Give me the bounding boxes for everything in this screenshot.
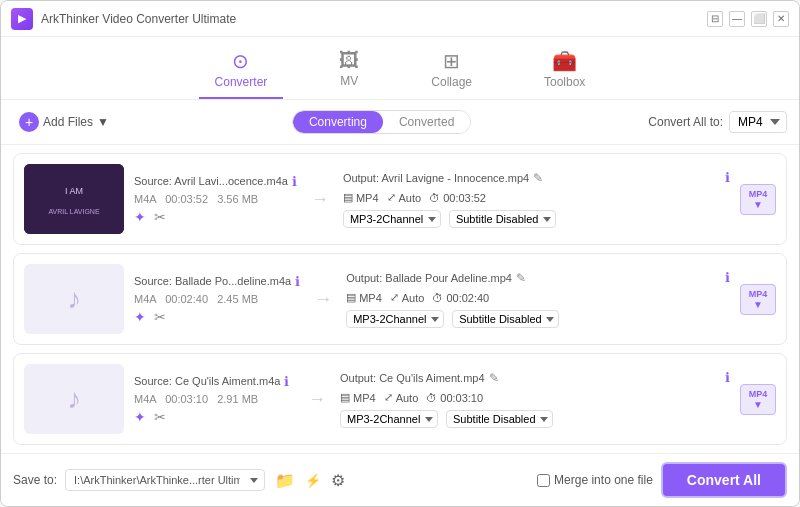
file-item-2: ♪ Source: Ballade Po...deline.m4a ℹ M4A … [13, 253, 787, 345]
resize-icon-3: ⤢ [384, 391, 393, 404]
subtitle-select-1[interactable]: Subtitle Disabled Subtitle Enabled [449, 210, 556, 228]
window-controls: ⊟ — ⬜ ✕ [707, 11, 789, 27]
file-actions-1: ✦ ✂ [134, 209, 297, 225]
output-info-icon-2[interactable]: ℹ [725, 270, 730, 285]
speed-btn[interactable]: ⚡ [303, 471, 323, 490]
info-icon-2[interactable]: ℹ [295, 274, 300, 289]
output-section-1: Output: Avril Lavigne - Innocence.mp4 ✎ … [343, 170, 730, 228]
converted-tab[interactable]: Converted [383, 111, 470, 133]
edit-name-icon-3[interactable]: ✎ [489, 371, 499, 385]
arrow-1: → [311, 189, 329, 210]
mp4-badge-dropdown-1: ▼ [753, 199, 763, 210]
edit-name-icon-1[interactable]: ✎ [533, 171, 543, 185]
output-info-icon-3[interactable]: ℹ [725, 370, 730, 385]
window-menu-btn[interactable]: ⊟ [707, 11, 723, 27]
window-maximize-btn[interactable]: ⬜ [751, 11, 767, 27]
global-format-select[interactable]: MP4 MKV AVI MOV [729, 111, 787, 133]
file-info-3: Source: Ce Qu'ils Aiment.m4a ℹ M4A 00:03… [134, 374, 294, 425]
status-tab-group: Converting Converted [292, 110, 471, 134]
collage-icon: ⊞ [443, 49, 460, 73]
add-files-button[interactable]: + Add Files ▼ [13, 108, 115, 136]
open-folder-btn[interactable]: 📁 [273, 469, 297, 492]
info-icon-1[interactable]: ℹ [292, 174, 297, 189]
merge-checkbox-container: Merge into one file [537, 473, 653, 487]
tab-toolbox[interactable]: 🧰 Toolbox [528, 45, 601, 99]
file-source-2: Source: Ballade Po...deline.m4a ℹ [134, 274, 300, 289]
title-bar: ▶ ArkThinker Video Converter Ultimate ⊟ … [1, 1, 799, 37]
cut-icon-1[interactable]: ✂ [154, 209, 166, 225]
footer: Save to: I:\ArkThinker\ArkThinke...rter … [1, 453, 799, 506]
audio-channel-select-1[interactable]: MP3-2Channel AAC-2Channel [343, 210, 441, 228]
file-info-1: Source: Avril Lavi...ocence.m4a ℹ M4A 00… [134, 174, 297, 225]
file-source-3: Source: Ce Qu'ils Aiment.m4a ℹ [134, 374, 294, 389]
format-icon-3: ▤ [340, 391, 350, 404]
output-section-2: Output: Ballade Pour Adeline.mp4 ✎ ℹ ▤ M… [346, 270, 730, 328]
output-name-2: Output: Ballade Pour Adeline.mp4 ✎ [346, 271, 526, 285]
edit-name-icon-2[interactable]: ✎ [516, 271, 526, 285]
convert-all-to-container: Convert All to: MP4 MKV AVI MOV [648, 111, 787, 133]
mp4-badge-3[interactable]: MP4 ▼ [740, 384, 776, 415]
file-meta-1: M4A 00:03:52 3.56 MB [134, 193, 297, 205]
size-badge-2: ⤢ Auto [390, 291, 425, 304]
file-thumbnail-3: ♪ [24, 364, 124, 434]
mp4-badge-text-1: MP4 [749, 189, 768, 199]
format-badge-2: ▤ MP4 [346, 291, 382, 304]
mv-label: MV [340, 74, 358, 88]
footer-icons: 📁 ⚡ ⚙ [273, 469, 347, 492]
toolbox-icon: 🧰 [552, 49, 577, 73]
window-minimize-btn[interactable]: — [729, 11, 745, 27]
mp4-badge-dropdown-3: ▼ [753, 399, 763, 410]
cut-icon-2[interactable]: ✂ [154, 309, 166, 325]
output-name-3: Output: Ce Qu'ils Aiment.mp4 ✎ [340, 371, 499, 385]
converting-tab[interactable]: Converting [293, 111, 383, 133]
settings-icon-1[interactable]: ✦ [134, 209, 146, 225]
mp4-badge-2[interactable]: MP4 ▼ [740, 284, 776, 315]
convert-all-to-label: Convert All to: [648, 115, 723, 129]
output-row-1: ▤ MP4 ⤢ Auto ⏱ 00:03:52 [343, 191, 730, 204]
toolbar: + Add Files ▼ Converting Converted Conve… [1, 100, 799, 145]
music-placeholder-icon-2: ♪ [67, 283, 81, 315]
mp4-badge-1[interactable]: MP4 ▼ [740, 184, 776, 215]
file-source-1: Source: Avril Lavi...ocence.m4a ℹ [134, 174, 297, 189]
output-row2-1: MP3-2Channel AAC-2Channel Subtitle Disab… [343, 210, 730, 228]
subtitle-select-3[interactable]: Subtitle Disabled Subtitle Enabled [446, 410, 553, 428]
audio-channel-select-2[interactable]: MP3-2Channel AAC-2Channel [346, 310, 444, 328]
app-icon: ▶ [11, 8, 33, 30]
add-files-label: Add Files [43, 115, 93, 129]
output-top-3: Output: Ce Qu'ils Aiment.mp4 ✎ ℹ [340, 370, 730, 385]
info-icon-3[interactable]: ℹ [284, 374, 289, 389]
merge-label[interactable]: Merge into one file [554, 473, 653, 487]
audio-channel-select-3[interactable]: MP3-2Channel AAC-2Channel [340, 410, 438, 428]
output-info-icon-1[interactable]: ℹ [725, 170, 730, 185]
format-badge-3: ▤ MP4 [340, 391, 376, 404]
output-name-1: Output: Avril Lavigne - Innocence.mp4 ✎ [343, 171, 543, 185]
size-badge-1: ⤢ Auto [387, 191, 422, 204]
tab-mv[interactable]: 🖼 MV [323, 45, 375, 99]
save-path-select[interactable]: I:\ArkThinker\ArkThinke...rter Ultimate\… [65, 469, 265, 491]
svg-text:I AM: I AM [65, 186, 83, 196]
subtitle-select-2[interactable]: Subtitle Disabled Subtitle Enabled [452, 310, 559, 328]
nav-tabs: ⊙ Converter 🖼 MV ⊞ Collage 🧰 Toolbox [1, 37, 799, 100]
file-info-2: Source: Ballade Po...deline.m4a ℹ M4A 00… [134, 274, 300, 325]
format-icon-1: ▤ [343, 191, 353, 204]
mp4-badge-dropdown-2: ▼ [753, 299, 763, 310]
format-icon-2: ▤ [346, 291, 356, 304]
app-title: ArkThinker Video Converter Ultimate [41, 12, 707, 26]
file-meta-3: M4A 00:03:10 2.91 MB [134, 393, 294, 405]
save-to-label: Save to: [13, 473, 57, 487]
settings-icon-3[interactable]: ✦ [134, 409, 146, 425]
settings-btn[interactable]: ⚙ [329, 469, 347, 492]
tab-collage[interactable]: ⊞ Collage [415, 45, 488, 99]
output-controls-1: ℹ [725, 170, 730, 185]
resize-icon-2: ⤢ [390, 291, 399, 304]
converter-label: Converter [215, 75, 268, 89]
file-actions-2: ✦ ✂ [134, 309, 300, 325]
svg-rect-1 [24, 164, 124, 234]
convert-all-button[interactable]: Convert All [661, 462, 787, 498]
window-close-btn[interactable]: ✕ [773, 11, 789, 27]
resize-icon-1: ⤢ [387, 191, 396, 204]
merge-checkbox[interactable] [537, 474, 550, 487]
settings-icon-2[interactable]: ✦ [134, 309, 146, 325]
cut-icon-3[interactable]: ✂ [154, 409, 166, 425]
tab-converter[interactable]: ⊙ Converter [199, 45, 284, 99]
